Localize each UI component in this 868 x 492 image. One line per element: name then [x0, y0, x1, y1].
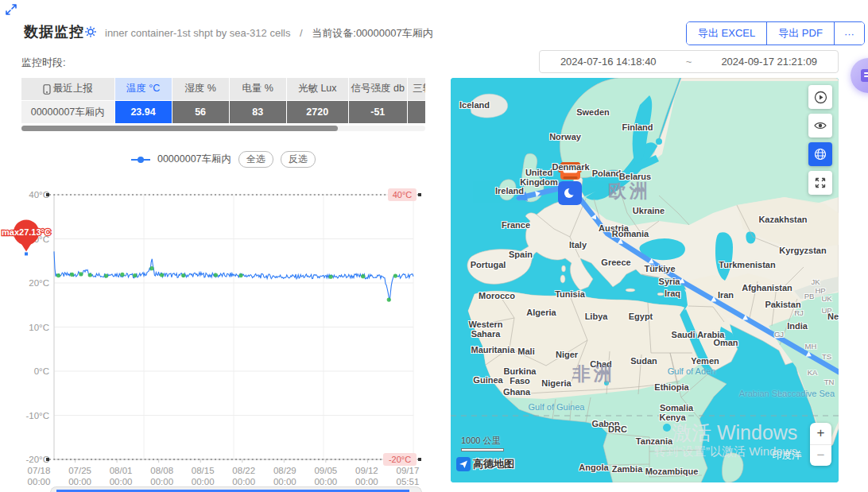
x-tick-8: 09/1200:00: [349, 466, 384, 488]
column-header-3[interactable]: 电量 %: [230, 78, 286, 100]
date-separator: ~: [677, 56, 701, 68]
fullscreen-button[interactable]: [808, 171, 832, 195]
amap-logo[interactable]: 高德地图: [456, 457, 514, 471]
zoom-in-button[interactable]: +: [810, 423, 831, 444]
chart-canvas: 40°C30°C20°C10°C0°C-10°C-20°C40°C-20°Cma…: [21, 184, 425, 464]
data-monitor-page: 数据监控 inner container-1st shpt by sea-312…: [0, 0, 868, 492]
svg-text:-10°C: -10°C: [25, 411, 49, 420]
x-tick-2: 08/0100:00: [103, 466, 138, 488]
invert-selection-button[interactable]: 反选: [281, 151, 316, 168]
svg-text:0°C: 0°C: [34, 366, 49, 376]
select-all-button[interactable]: 全选: [238, 151, 273, 168]
x-tick-5: 08/2200:00: [227, 466, 262, 488]
date-start-input[interactable]: 2024-07-16 14:18:40: [540, 56, 677, 68]
value-cell-0[interactable]: 23.94: [115, 101, 172, 123]
value-cell-3[interactable]: 2720: [287, 101, 348, 123]
export-button-group: 导出 EXCEL 导出 PDF ···: [686, 21, 865, 45]
value-cell-1[interactable]: 56: [172, 101, 229, 123]
svg-text:20°C: 20°C: [29, 278, 49, 288]
x-tick-4: 08/1500:00: [185, 466, 220, 488]
route-map[interactable]: IcelandNorwaySwedenFinlandUnited Kingdom…: [451, 78, 839, 482]
amap-logo-text: 高德地图: [473, 457, 514, 471]
svg-text:-20°C: -20°C: [389, 455, 411, 464]
floating-assistant-button[interactable]: [851, 58, 868, 93]
table-data-row: 00000007车厢内23.9456832720-511.40.40.6: [21, 101, 425, 123]
chart-x-axis-labels: 07/1800:0007/2500:0008/0100:0008/0800:00…: [21, 466, 425, 488]
x-tick-6: 08/2900:00: [267, 466, 302, 488]
svg-text:10°C: 10°C: [29, 323, 49, 332]
export-excel-button[interactable]: 导出 EXCEL: [687, 22, 767, 45]
document-icon: [861, 69, 868, 82]
map-scale-bar: [461, 448, 504, 451]
breadcrumb-device: 当前设备:00000007车厢内: [312, 27, 432, 39]
column-header-5[interactable]: 信号强度 db: [349, 78, 407, 100]
x-tick-9: 09/1705:51: [390, 466, 425, 488]
svg-text:40°C: 40°C: [393, 190, 413, 200]
column-header-1[interactable]: 温度 °C: [115, 78, 172, 100]
svg-text:-20°C: -20°C: [25, 455, 49, 464]
value-cell-4[interactable]: -51: [349, 101, 407, 123]
breadcrumb-separator: /: [300, 27, 303, 39]
x-tick-1: 07/2500:00: [63, 466, 98, 488]
column-header-4[interactable]: 光敏 Lux: [287, 78, 348, 100]
table-scrollbar-thumb[interactable]: [21, 126, 338, 131]
device-name-cell[interactable]: 00000007车厢内: [21, 101, 114, 123]
monitor-period-label: 监控时段:: [21, 56, 66, 70]
temperature-chart: 40°C30°C20°C10°C0°C-10°C-20°C40°C-20°Cma…: [21, 184, 425, 492]
playback-button[interactable]: [808, 85, 832, 109]
x-tick-7: 09/0500:00: [308, 466, 343, 488]
svg-text:max27.13°C: max27.13°C: [2, 227, 51, 237]
column-header-0[interactable]: 最近上报: [21, 78, 114, 100]
legend-line-marker[interactable]: [131, 159, 150, 161]
date-end-input[interactable]: 2024-09-17 21:21:09: [701, 56, 839, 68]
page-title: 数据监控: [24, 22, 84, 41]
table-scrollbar[interactable]: [21, 126, 425, 131]
value-cell-2[interactable]: 83: [230, 101, 286, 123]
legend-series-label[interactable]: 00000007车厢内: [157, 153, 231, 166]
breadcrumb: inner container-1st shpt by sea-312 cell…: [105, 26, 433, 41]
breadcrumb-project: inner container-1st shpt by sea-312 cell…: [105, 27, 290, 39]
amap-logo-icon: [456, 457, 471, 471]
map-zoom-control: + −: [810, 423, 831, 466]
chart-legend: 00000007车厢内 全选 反选: [21, 151, 425, 168]
table-header-row: 最近上报温度 °C湿度 %电量 %光敏 Lux信号强度 db三轴震动 gX轴震动…: [21, 78, 425, 101]
value-cell-5[interactable]: 1.4: [408, 101, 425, 123]
vehicle-marker[interactable]: [558, 162, 582, 205]
visibility-button[interactable]: [808, 114, 832, 138]
column-header-6[interactable]: 三轴震动 g: [408, 78, 425, 100]
device-table: 最近上报温度 °C湿度 %电量 %光敏 Lux信号强度 db三轴震动 gX轴震动…: [21, 78, 425, 123]
x-tick-0: 07/1800:00: [21, 466, 56, 488]
map-canvas[interactable]: [451, 78, 839, 482]
column-header-2[interactable]: 湿度 %: [172, 78, 229, 100]
export-pdf-button[interactable]: 导出 PDF: [767, 22, 835, 45]
gear-icon[interactable]: [84, 25, 97, 38]
x-tick-3: 08/0800:00: [145, 466, 180, 488]
expand-corner-icon[interactable]: [5, 3, 17, 16]
zoom-out-button[interactable]: −: [810, 444, 831, 467]
map-scale-text: 1000 公里: [461, 435, 501, 447]
date-range-picker[interactable]: 2024-07-16 14:18:40 ~ 2024-09-17 21:21:0…: [539, 50, 839, 73]
map-layer-button[interactable]: [808, 142, 832, 166]
more-actions-button[interactable]: ···: [835, 22, 864, 45]
